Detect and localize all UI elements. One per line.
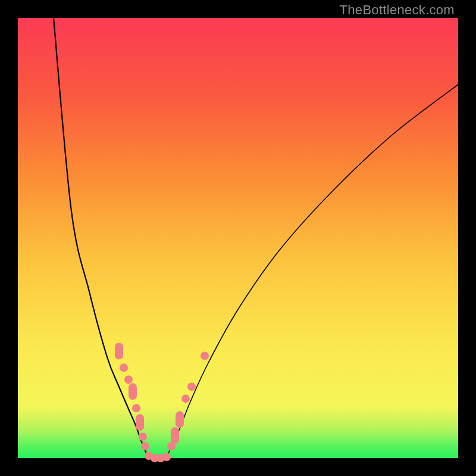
curve-left-branch xyxy=(54,18,150,458)
curve-right-branch xyxy=(167,84,458,458)
bottleneck-curve xyxy=(18,18,458,458)
plot-area xyxy=(18,18,458,458)
watermark-text: TheBottleneck.com xyxy=(340,2,455,18)
chart-frame: TheBottleneck.com xyxy=(0,0,476,476)
